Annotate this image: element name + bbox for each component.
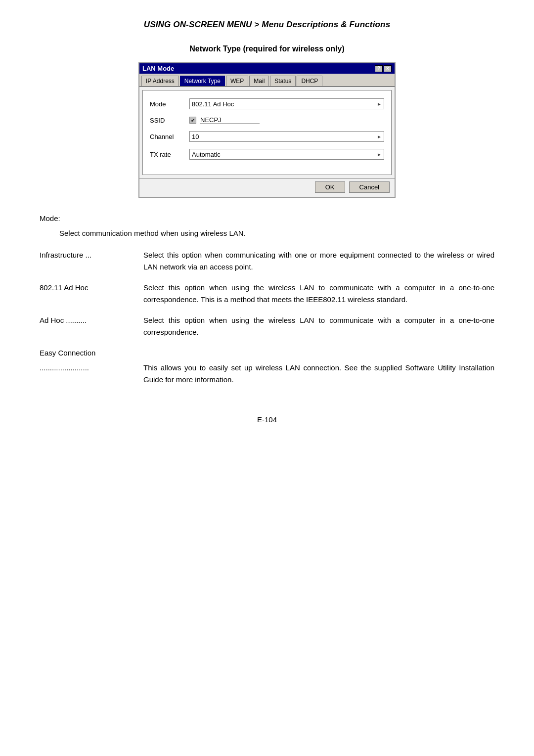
desc-row-infrastructure: Infrastructure ... Select this option wh… bbox=[40, 249, 494, 273]
section-title: Network Type (required for wireless only… bbox=[40, 44, 494, 53]
mode-field-row: Mode 802.11 Ad Hoc ► bbox=[150, 98, 384, 109]
page-header: USING ON-SCREEN MENU > Menu Descriptions… bbox=[40, 20, 494, 30]
channel-field-row: Channel 10 ► bbox=[150, 131, 384, 142]
easy-connection-section: Easy Connection ........................… bbox=[40, 347, 494, 386]
body-content: Mode: Select communication method when u… bbox=[40, 213, 494, 386]
mode-value: 802.11 Ad Hoc bbox=[192, 100, 234, 108]
dialog-titlebar: LAN Mode ? × bbox=[139, 63, 395, 74]
mode-label: Mode bbox=[150, 100, 189, 108]
cancel-button[interactable]: Cancel bbox=[349, 181, 390, 193]
easy-connection-heading: Easy Connection bbox=[40, 347, 494, 359]
txrate-label: TX rate bbox=[150, 151, 189, 158]
term-adhoc: Ad Hoc .......... bbox=[40, 314, 143, 326]
tab-dhcp[interactable]: DHCP bbox=[297, 76, 322, 86]
channel-label: Channel bbox=[150, 133, 189, 140]
dialog-content: Mode 802.11 Ad Hoc ► SSID ✔ Channel 10 bbox=[142, 90, 392, 175]
tab-network-type[interactable]: Network Type bbox=[180, 76, 225, 86]
desc-row-80211adhoc: 802.11 Ad Hoc Select this option when us… bbox=[40, 282, 494, 306]
desc-row-adhoc: Ad Hoc .......... Select this option whe… bbox=[40, 314, 494, 338]
ok-button[interactable]: OK bbox=[315, 181, 345, 193]
page-footer: E-104 bbox=[40, 415, 494, 424]
dialog-tabs: IP Address Network Type WEP Mail Status … bbox=[139, 74, 395, 87]
mode-desc: Select communication method when using w… bbox=[59, 227, 494, 239]
dialog-footer: OK Cancel bbox=[139, 178, 395, 197]
ssid-control: ✔ bbox=[189, 116, 384, 124]
mode-dropdown[interactable]: 802.11 Ad Hoc ► bbox=[189, 98, 384, 109]
tab-status[interactable]: Status bbox=[270, 76, 296, 86]
section-title-text: Network Type (required for wireless only… bbox=[189, 44, 345, 53]
header-text: USING ON-SCREEN MENU > Menu Descriptions… bbox=[144, 20, 391, 29]
page-number: E-104 bbox=[257, 415, 277, 424]
easy-connection-def: This allows you to easily set up wireles… bbox=[143, 362, 494, 386]
txrate-dropdown[interactable]: Automatic ► bbox=[189, 149, 384, 160]
tab-ip-address[interactable]: IP Address bbox=[141, 76, 179, 86]
def-infrastructure: Select this option when communicating wi… bbox=[143, 249, 494, 273]
tab-wep[interactable]: WEP bbox=[226, 76, 248, 86]
easy-connection-term: ........................ bbox=[40, 362, 143, 386]
term-infrastructure: Infrastructure ... bbox=[40, 249, 143, 261]
tab-mail[interactable]: Mail bbox=[249, 76, 269, 86]
dialog-help-button[interactable]: ? bbox=[375, 65, 383, 72]
dialog-wrapper: LAN Mode ? × IP Address Network Type WEP… bbox=[40, 62, 494, 198]
dialog-close-button[interactable]: × bbox=[384, 65, 392, 72]
dialog-title: LAN Mode bbox=[142, 65, 174, 72]
def-80211adhoc: Select this option when using the wirele… bbox=[143, 282, 494, 306]
channel-dropdown-arrow: ► bbox=[377, 134, 382, 139]
ssid-field-row: SSID ✔ bbox=[150, 116, 384, 124]
channel-dropdown[interactable]: 10 ► bbox=[189, 131, 384, 142]
easy-connection-row: ........................ This allows you… bbox=[40, 362, 494, 386]
ssid-checkbox[interactable]: ✔ bbox=[189, 117, 196, 124]
dialog-titlebar-controls: ? × bbox=[375, 65, 392, 72]
txrate-value: Automatic bbox=[192, 151, 221, 158]
ssid-label: SSID bbox=[150, 117, 189, 124]
txrate-dropdown-arrow: ► bbox=[377, 152, 382, 157]
def-adhoc: Select this option when using the wirele… bbox=[143, 314, 494, 338]
txrate-field-row: TX rate Automatic ► bbox=[150, 149, 384, 160]
ssid-input[interactable] bbox=[200, 116, 260, 124]
mode-dropdown-arrow: ► bbox=[377, 101, 382, 107]
lan-mode-dialog: LAN Mode ? × IP Address Network Type WEP… bbox=[138, 62, 396, 198]
channel-value: 10 bbox=[192, 133, 199, 140]
mode-heading: Mode: bbox=[40, 213, 494, 224]
term-80211adhoc: 802.11 Ad Hoc bbox=[40, 282, 143, 294]
